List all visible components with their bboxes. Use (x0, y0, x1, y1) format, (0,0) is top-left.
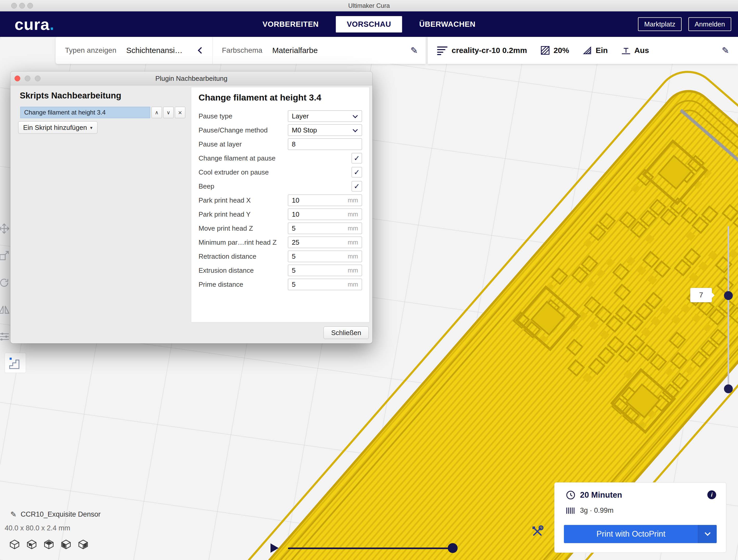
infill-icon (540, 46, 550, 55)
layer-slider-lower-handle[interactable] (724, 385, 733, 393)
selected-script-item[interactable]: Change filament at height 3.4 (20, 107, 150, 118)
app-header: cura. VORBEREITEN VORSCHAU ÜBERWACHEN Ma… (0, 11, 738, 37)
unit-label: mm (348, 211, 358, 218)
print-settings-tools-icon[interactable] (530, 525, 544, 538)
field-input[interactable]: 10mm (288, 208, 362, 220)
window-minimize-button[interactable] (19, 3, 25, 9)
view-type-dropdown[interactable]: Schichtenansi… (126, 46, 183, 55)
playback-slider-handle[interactable] (448, 543, 458, 553)
dialog-title: Plugin Nachbearbeitung (10, 71, 372, 85)
field-row: Retraction distance5mm (199, 249, 362, 263)
move-tool-icon[interactable] (0, 223, 10, 234)
field-label: Beep (199, 182, 352, 190)
scripts-heading: Skripts Nachbearbeitung (20, 91, 121, 100)
script-move-up-button[interactable]: ∧ (151, 107, 162, 118)
clock-icon (566, 490, 575, 500)
field-input[interactable]: 8 (288, 138, 362, 150)
object-list-panel[interactable] (5, 353, 26, 373)
marketplace-button[interactable]: Marktplatz (638, 17, 682, 31)
field-input[interactable]: 5mm (288, 222, 362, 234)
window-titlebar: Ultimaker Cura (0, 0, 738, 11)
header-actions: Marktplatz Anmelden (638, 17, 731, 31)
adhesion-value: Aus (634, 46, 649, 55)
playback-slider-track[interactable] (288, 548, 454, 549)
field-input[interactable]: 10mm (288, 194, 362, 206)
field-row: Pause typeLayer (199, 109, 362, 123)
per-model-settings-icon[interactable] (0, 331, 10, 342)
field-input[interactable]: 5mm (288, 265, 362, 276)
object-dimensions: 40.0 x 80.0 x 2.4 mm (5, 524, 70, 532)
field-label: Pause type (199, 112, 288, 120)
signin-button[interactable]: Anmelden (688, 17, 731, 31)
view-right-icon[interactable] (78, 539, 88, 550)
field-checkbox[interactable]: ✓ (352, 153, 362, 163)
layer-slider-upper-handle[interactable] (724, 291, 733, 300)
script-remove-button[interactable]: × (175, 107, 185, 118)
support-value: Ein (596, 46, 608, 55)
field-row: Park print head X10mm (199, 193, 362, 207)
edit-print-settings-icon[interactable]: ✎ (722, 45, 729, 56)
logo-text: cura (15, 15, 50, 33)
collapse-chevron-icon[interactable] (198, 47, 204, 53)
field-input[interactable]: 5mm (288, 279, 362, 290)
print-button[interactable]: Print with OctoPrint (564, 525, 717, 543)
field-row: Pause at layer8 (199, 137, 362, 151)
view-front-icon[interactable] (26, 539, 37, 550)
window-zoom-button[interactable] (27, 3, 33, 9)
field-select[interactable]: M0 Stop (288, 124, 362, 136)
view-top-icon[interactable] (44, 539, 54, 550)
layer-slider-track[interactable] (728, 226, 729, 391)
rename-object-icon[interactable]: ✎ (10, 510, 16, 519)
edit-color-scheme-icon[interactable]: ✎ (411, 45, 418, 56)
tab-vorbereiten[interactable]: VORBEREITEN (252, 16, 330, 32)
view-type-label: Typen anzeigen (65, 46, 116, 55)
window-close-button[interactable] (11, 3, 17, 9)
dialog-window-controls (15, 76, 41, 81)
close-dialog-button[interactable]: Schließen (324, 327, 369, 339)
checkmark-icon: ✓ (354, 182, 360, 191)
tab-ueberwachen[interactable]: ÜBERWACHEN (408, 16, 486, 32)
field-label: Move print head Z (199, 224, 288, 232)
dialog-close-button[interactable] (15, 76, 20, 81)
field-input[interactable]: 5mm (288, 251, 362, 262)
window-title: Ultimaker Cura (0, 0, 738, 11)
chevron-down-icon (353, 113, 358, 118)
field-label: Park print head X (199, 196, 288, 204)
script-settings-panel: Change filament at height 3.4 Pause type… (191, 87, 370, 322)
support-summary: Ein (583, 46, 608, 55)
field-select[interactable]: Layer (288, 110, 362, 122)
add-script-button[interactable]: Ein Skript hinzufügen ▾ (18, 121, 97, 134)
field-label: Park print head Y (199, 210, 288, 218)
print-target-dropdown[interactable] (698, 525, 717, 543)
field-label: Cool extruder on pause (199, 168, 352, 176)
main-tabs: VORBEREITEN VORSCHAU ÜBERWACHEN (252, 11, 486, 37)
field-input[interactable]: 25mm (288, 236, 362, 248)
field-checkbox[interactable]: ✓ (352, 167, 362, 177)
field-row: Beep✓ (199, 179, 362, 193)
material-usage: 3g · 0.99m (580, 507, 614, 515)
script-move-down-button[interactable]: ∨ (163, 107, 173, 118)
field-label: Extrusion distance (199, 266, 288, 274)
rotate-tool-icon[interactable] (0, 277, 10, 288)
field-checkbox[interactable]: ✓ (352, 181, 362, 191)
adhesion-summary: Aus (621, 46, 649, 55)
field-row: Extrusion distance5mm (199, 263, 362, 277)
print-button-label: Print with OctoPrint (564, 529, 698, 539)
play-button[interactable] (271, 543, 279, 553)
printer-profile-label: creality-cr-10 0.2mm (452, 46, 527, 55)
dialog-minimize-button[interactable] (25, 76, 30, 81)
unit-label: mm (348, 225, 358, 232)
view-3d-icon[interactable] (9, 539, 20, 550)
field-row: Move print head Z5mm (199, 221, 362, 235)
camera-view-presets (9, 539, 88, 550)
mirror-tool-icon[interactable] (0, 304, 10, 315)
tab-vorschau[interactable]: VORSCHAU (336, 16, 402, 32)
color-scheme-dropdown[interactable]: Materialfarbe (272, 46, 318, 55)
dialog-zoom-button[interactable] (35, 76, 41, 81)
view-left-icon[interactable] (61, 539, 71, 550)
infill-value: 20% (554, 46, 569, 55)
object-name: CCR10_Exquisite Densor (21, 510, 100, 518)
scale-tool-icon[interactable] (0, 250, 10, 261)
print-settings-toolbar[interactable]: creality-cr-10 0.2mm 20% Ein (428, 37, 738, 64)
info-icon[interactable]: i (707, 490, 716, 499)
